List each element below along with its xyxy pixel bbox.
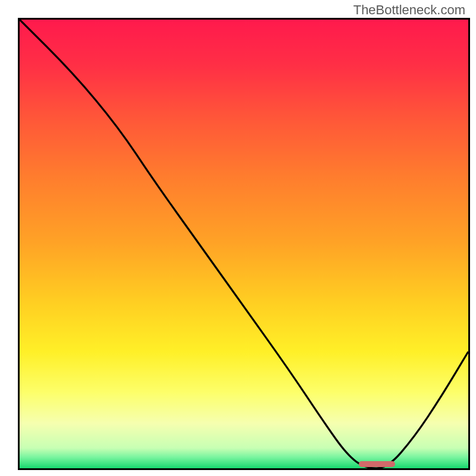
- chart-frame: TheBottleneck.com: [0, 0, 476, 476]
- plot-area: [18, 18, 470, 470]
- optimal-range-marker: [359, 461, 395, 467]
- curve-overlay: [20, 20, 468, 468]
- watermark-text: TheBottleneck.com: [353, 2, 465, 18]
- bottleneck-curve-line: [20, 20, 468, 468]
